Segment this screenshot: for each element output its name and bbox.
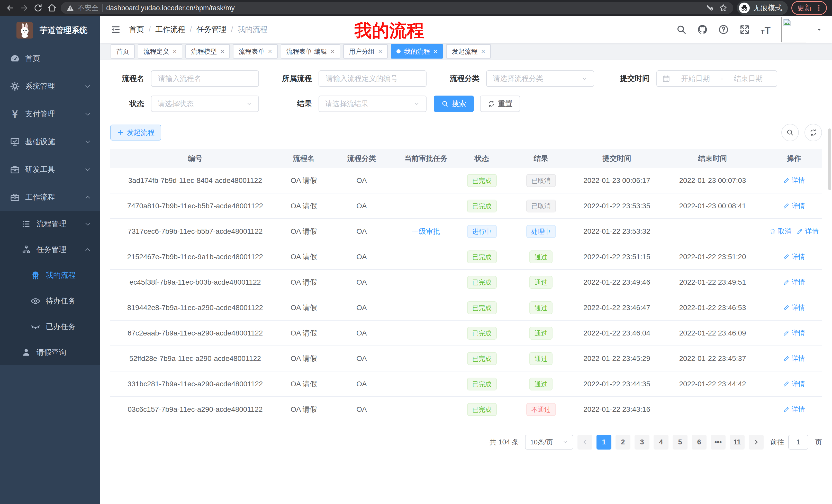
breadcrumb-item[interactable]: 任务管理 <box>197 24 226 35</box>
sidebar-item-我的流程[interactable]: 我的流程 <box>0 262 100 288</box>
sidebar-item-研发工具[interactable]: 研发工具 <box>0 156 100 184</box>
process-def-input[interactable] <box>318 71 426 87</box>
close-icon[interactable]: × <box>481 48 485 55</box>
close-icon[interactable]: × <box>378 48 382 55</box>
tab-流程表单[interactable]: 流程表单× <box>233 44 278 59</box>
address-bar[interactable]: 不安全 dashboard.yudao.iocoder.cn/bpm/task/… <box>61 2 733 14</box>
reset-button[interactable]: 重置 <box>480 95 520 112</box>
detail-button[interactable]: 详情 <box>783 405 805 414</box>
page-size-select[interactable]: 10条/页 <box>525 435 573 450</box>
show-search-button[interactable] <box>781 124 799 141</box>
detail-button[interactable]: 详情 <box>797 227 818 236</box>
prev-page-button[interactable] <box>577 435 592 450</box>
chevron-down-icon <box>84 83 91 90</box>
sidebar-item-请假查询[interactable]: 请假查询 <box>0 340 100 365</box>
update-button[interactable]: 更新 <box>791 1 827 15</box>
process-name-input[interactable] <box>151 71 259 87</box>
avatar[interactable] <box>781 17 806 43</box>
detail-button[interactable]: 详情 <box>783 329 805 338</box>
tab-首页[interactable]: 首页 <box>110 44 135 59</box>
kebab-menu-icon[interactable] <box>815 4 823 11</box>
page-ellipsis[interactable]: ••• <box>711 435 726 450</box>
current-task-link[interactable]: 一级审批 <box>412 227 440 236</box>
page-button-6[interactable]: 6 <box>692 435 706 450</box>
sidebar-item-支付管理[interactable]: ¥支付管理 <box>0 100 100 128</box>
detail-button[interactable]: 详情 <box>783 354 805 363</box>
close-icon[interactable]: × <box>331 48 335 55</box>
tab-label: 我的流程 <box>404 47 430 56</box>
detail-button[interactable]: 详情 <box>783 278 805 287</box>
github-icon[interactable] <box>697 24 708 35</box>
goto-page-field[interactable] <box>789 438 808 446</box>
sidebar-item-系统管理[interactable]: 系统管理 <box>0 73 100 100</box>
tab-用户分组[interactable]: 用户分组× <box>343 44 388 59</box>
create-process-button[interactable]: 发起流程 <box>110 124 161 141</box>
chevron-down-icon <box>246 101 252 107</box>
detail-button[interactable]: 详情 <box>783 252 805 261</box>
tab-发起流程[interactable]: 发起流程× <box>446 44 491 59</box>
chevron-down-icon <box>563 439 568 445</box>
detail-button[interactable]: 详情 <box>783 380 805 388</box>
sidebar-item-工作流程[interactable]: 工作流程 <box>0 184 100 211</box>
star-icon[interactable] <box>719 4 728 12</box>
caret-down-icon[interactable] <box>816 26 822 33</box>
font-size-icon[interactable]: TT <box>760 24 771 35</box>
cell-result: 通过 <box>508 327 574 340</box>
category-select[interactable]: 请选择流程分类 <box>486 71 594 87</box>
page-button-4[interactable]: 4 <box>654 435 669 450</box>
tab-流程定义[interactable]: 流程定义× <box>138 44 182 59</box>
sidebar-item-已办任务[interactable]: 已办任务 <box>0 314 100 340</box>
collapse-sidebar-icon[interactable] <box>110 24 121 35</box>
breadcrumb-item[interactable]: 工作流程 <box>155 24 185 35</box>
page-button-5[interactable]: 5 <box>673 435 687 450</box>
status-select[interactable]: 请选择状态 <box>151 95 259 112</box>
goto-page-input[interactable] <box>788 435 808 450</box>
submit-time-label: 提交时间 <box>608 74 650 84</box>
next-page-button[interactable] <box>749 435 763 450</box>
url-text[interactable]: dashboard.yudao.iocoder.cn/bpm/task/my <box>106 4 235 12</box>
back-icon[interactable] <box>5 3 16 13</box>
eye-closed-icon <box>30 321 41 332</box>
category-label: 流程分类 <box>441 74 479 84</box>
scrollbar[interactable] <box>828 129 831 190</box>
table-toolbar: 发起流程 <box>110 124 822 141</box>
tab-label: 用户分组 <box>349 47 374 56</box>
result-select[interactable]: 请选择流结果 <box>318 95 426 112</box>
detail-button[interactable]: 详情 <box>783 201 805 211</box>
refresh-table-button[interactable] <box>805 124 822 141</box>
page-button-3[interactable]: 3 <box>634 435 649 450</box>
tab-流程模型[interactable]: 流程模型× <box>185 44 230 59</box>
search-button[interactable]: 搜索 <box>434 95 474 112</box>
detail-button[interactable]: 详情 <box>783 303 805 312</box>
page-button-11[interactable]: 11 <box>730 435 745 450</box>
sidebar-item-基础设施[interactable]: 基础设施 <box>0 128 100 156</box>
sidebar-item-首页[interactable]: 首页 <box>0 45 100 73</box>
forward-icon[interactable] <box>19 3 29 13</box>
home-icon[interactable] <box>47 3 57 13</box>
close-icon[interactable]: × <box>220 48 224 55</box>
security-label[interactable]: 不安全 <box>78 3 99 12</box>
tab-我的流程[interactable]: 我的流程× <box>391 44 443 59</box>
key-icon[interactable] <box>706 4 715 12</box>
process-name-field[interactable] <box>158 74 252 83</box>
search-icon[interactable] <box>676 24 687 35</box>
page-button-1[interactable]: 1 <box>597 435 612 450</box>
process-def-field[interactable] <box>325 74 420 83</box>
help-icon[interactable] <box>718 24 729 35</box>
close-icon[interactable]: × <box>268 48 272 55</box>
tab-流程表单-编辑[interactable]: 流程表单-编辑× <box>281 44 340 59</box>
sidebar-item-任务管理[interactable]: 任务管理 <box>0 237 100 262</box>
cell-submit-time: 2022-01-22 23:44:35 <box>574 380 659 388</box>
sidebar-item-流程管理[interactable]: 流程管理 <box>0 211 100 237</box>
cell-id: 52ffd28e-7b9a-11ec-a290-acde48001122 <box>110 355 280 363</box>
submit-time-range[interactable]: 开始日期 - 结束日期 <box>656 71 777 87</box>
sidebar-item-待办任务[interactable]: 待办任务 <box>0 288 100 314</box>
breadcrumb-item[interactable]: 首页 <box>129 24 144 35</box>
page-button-2[interactable]: 2 <box>616 435 630 450</box>
fullscreen-icon[interactable] <box>739 24 750 35</box>
reload-icon[interactable] <box>33 3 43 13</box>
cancel-button[interactable]: 取消 <box>769 227 791 236</box>
detail-button[interactable]: 详情 <box>783 176 805 185</box>
close-icon[interactable]: × <box>434 48 437 55</box>
close-icon[interactable]: × <box>173 48 177 55</box>
